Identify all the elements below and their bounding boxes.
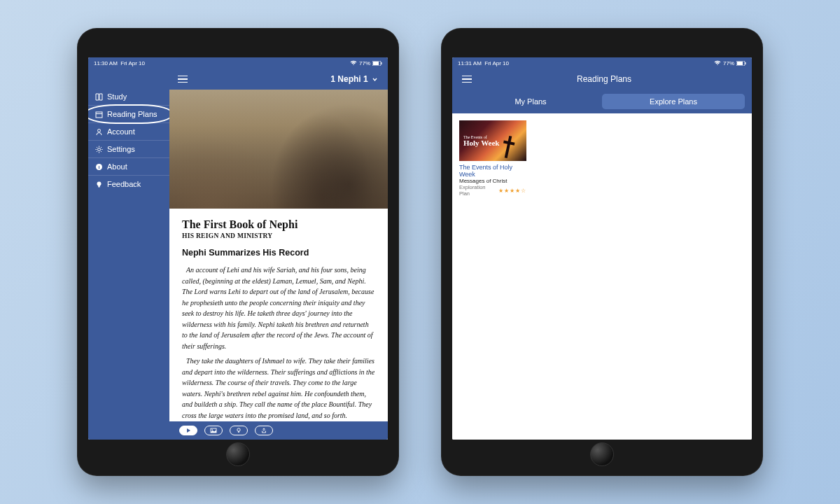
bottom-toolbar — [169, 421, 388, 440]
bulb-icon — [95, 181, 103, 188]
sidebar-item-settings[interactable]: Settings — [88, 141, 169, 158]
page-title: Reading Plans — [477, 74, 731, 84]
sidebar-label: Study — [107, 92, 127, 101]
chapter-title: 1 Nephi 1 — [330, 74, 368, 84]
section-heading: Nephi Summarizes His Record — [182, 248, 375, 258]
svg-point-6 — [98, 148, 101, 150]
insight-button[interactable] — [230, 426, 248, 435]
status-left: 11:31 AM Fri Apr 10 — [458, 60, 509, 66]
play-button[interactable] — [179, 426, 197, 435]
status-time: 11:31 AM — [458, 60, 482, 66]
hamburger-icon[interactable] — [172, 76, 193, 83]
battery-icon — [372, 60, 382, 66]
sidebar-label: Account — [107, 127, 135, 136]
status-left: 11:30 AM Fri Apr 10 — [94, 60, 145, 66]
svg-rect-18 — [98, 186, 99, 188]
battery-icon — [736, 60, 746, 66]
star-rating: ★★★★☆ — [498, 188, 526, 194]
svg-rect-1 — [373, 62, 379, 65]
svg-rect-3 — [96, 112, 102, 118]
plan-meta: Exploration Plan ★★★★☆ — [459, 184, 526, 197]
sidebar-item-feedback[interactable]: Feedback — [88, 176, 169, 192]
status-right: 77% — [714, 60, 746, 66]
content-panel: 1 Nephi 1 The First Book of Nephi HIS RE… — [169, 69, 388, 440]
app-header: Reading Plans — [452, 69, 752, 90]
tabs-row: My Plans Explore Plans — [452, 90, 752, 113]
status-right: 77% — [350, 60, 382, 66]
svg-point-21 — [237, 428, 240, 431]
plan-title: The Events of Holy Week — [459, 164, 526, 178]
tablet-left: 11:30 AM Fri Apr 10 77% Study — [77, 28, 399, 476]
book-subtitle: HIS REIGN AND MINISTRY — [182, 232, 375, 239]
sidebar-item-account[interactable]: Account — [88, 123, 169, 141]
image-button[interactable] — [204, 426, 223, 435]
svg-rect-25 — [745, 62, 746, 64]
chevron-down-icon — [370, 74, 378, 84]
thumb-title: Holy Week — [463, 139, 526, 147]
share-button[interactable] — [255, 426, 273, 435]
plan-card[interactable]: The Events of Holy Week The Events of Ho… — [459, 120, 526, 197]
chapter-selector[interactable]: 1 Nephi 1 — [193, 74, 388, 84]
status-bar: 11:30 AM Fri Apr 10 77% — [88, 57, 388, 69]
info-icon: i — [95, 163, 103, 171]
status-battery-pct: 77% — [359, 60, 370, 66]
user-icon — [95, 128, 103, 136]
hamburger-icon[interactable] — [456, 76, 477, 83]
plan-author: Messages of Christ — [459, 178, 526, 184]
tablet-right: 11:31 AM Fri Apr 10 77% Reading Plans M — [441, 28, 763, 476]
sidebar-label: About — [107, 162, 127, 171]
svg-line-11 — [97, 147, 97, 148]
status-date: Fri Apr 10 — [120, 60, 145, 66]
book-title: The First Book of Nephi — [182, 218, 375, 231]
hero-image — [169, 90, 388, 209]
svg-text:i: i — [99, 164, 100, 170]
sidebar-label: Settings — [107, 145, 135, 153]
screen-left: 11:30 AM Fri Apr 10 77% Study — [88, 57, 388, 440]
book-icon — [95, 93, 103, 101]
summary-paragraph: They take the daughters of Ishmael to wi… — [182, 356, 375, 421]
tab-my-plans[interactable]: My Plans — [459, 94, 602, 109]
svg-rect-24 — [737, 62, 743, 65]
status-battery-pct: 77% — [723, 60, 734, 66]
svg-point-20 — [211, 429, 213, 430]
wifi-icon — [350, 60, 357, 66]
status-date: Fri Apr 10 — [484, 60, 509, 66]
wifi-icon — [714, 60, 721, 66]
document-body[interactable]: The First Book of Nephi HIS REIGN AND MI… — [169, 209, 388, 440]
svg-line-13 — [97, 151, 97, 152]
calendar-icon — [95, 111, 103, 118]
sidebar-item-study[interactable]: Study — [88, 88, 169, 106]
sidebar-label: Feedback — [107, 180, 141, 188]
sidebar-label: Reading Plans — [107, 110, 158, 118]
plans-grid[interactable]: The Events of Holy Week The Events of Ho… — [452, 113, 752, 440]
sidebar-menu: Study Reading Plans Account Settings i — [88, 69, 169, 440]
sidebar-item-reading-plans[interactable]: Reading Plans — [88, 106, 169, 123]
status-time: 11:30 AM — [94, 60, 118, 66]
svg-point-17 — [97, 181, 102, 186]
status-bar: 11:31 AM Fri Apr 10 77% — [452, 57, 752, 69]
svg-line-14 — [101, 147, 102, 148]
plan-thumbnail: The Events of Holy Week — [459, 120, 526, 161]
summary-paragraph: An account of Lehi and his wife Sariah, … — [182, 265, 375, 351]
gear-icon — [95, 146, 103, 153]
svg-rect-2 — [381, 62, 382, 64]
svg-line-12 — [101, 151, 102, 152]
tab-explore-plans[interactable]: Explore Plans — [602, 94, 745, 109]
sidebar-item-about[interactable]: i About — [88, 158, 169, 176]
content-header: 1 Nephi 1 — [169, 69, 388, 90]
svg-rect-22 — [238, 431, 239, 433]
plan-type: Exploration Plan — [459, 184, 496, 197]
svg-point-5 — [98, 129, 101, 132]
screen-right: 11:31 AM Fri Apr 10 77% Reading Plans M — [452, 57, 752, 440]
